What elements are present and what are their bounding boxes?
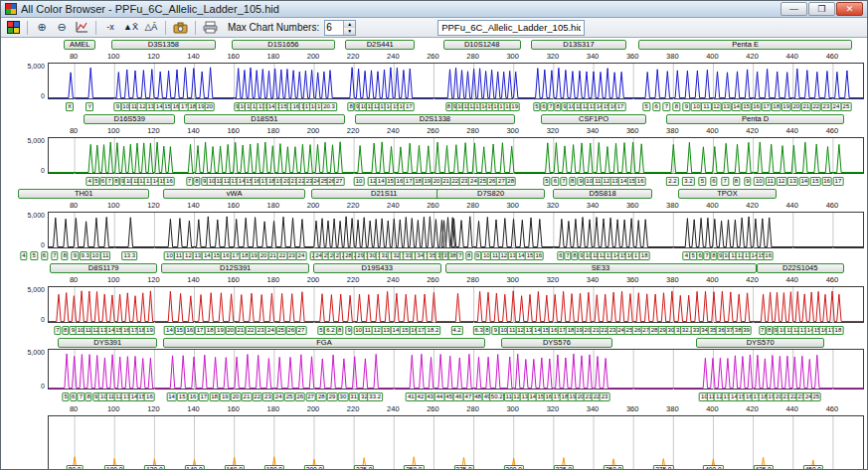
- electropherogram-magenta[interactable]: [48, 349, 864, 390]
- allele-label[interactable]: 3.2: [682, 177, 694, 186]
- allele-label[interactable]: 31: [348, 392, 359, 401]
- allele-label[interactable]: 16: [144, 392, 155, 401]
- allele-label[interactable]: 29: [327, 392, 338, 401]
- allele-label[interactable]: 16: [635, 177, 646, 186]
- allele-label[interactable]: 27: [296, 326, 307, 335]
- allele-label[interactable]: 19: [509, 102, 520, 111]
- allele-label[interactable]: 5: [643, 102, 650, 111]
- electropherogram-orange[interactable]: 80.0100.0120.0140.0160.0180.0200.0225.02…: [48, 415, 864, 470]
- locus-label-FGA[interactable]: FGA: [163, 338, 484, 348]
- allele-label[interactable]: 16: [188, 392, 199, 401]
- locus-label-D10S1248[interactable]: D10S1248: [443, 40, 521, 50]
- locus-label-D19S433[interactable]: D19S433: [313, 263, 441, 273]
- allele-label[interactable]: Y: [86, 102, 93, 111]
- allele-label[interactable]: 9: [345, 326, 352, 335]
- allele-label[interactable]: 10: [90, 251, 101, 260]
- electropherogram-green[interactable]: [48, 137, 864, 174]
- allele-label[interactable]: 17: [833, 177, 844, 186]
- minimize-button[interactable]: —: [781, 2, 807, 16]
- allele-label[interactable]: 17: [195, 326, 206, 335]
- allele-label[interactable]: 16: [184, 326, 195, 335]
- allele-label[interactable]: 11: [766, 177, 776, 186]
- allele-label[interactable]: 7: [663, 102, 670, 111]
- allele-label[interactable]: 16: [821, 177, 832, 186]
- allele-label[interactable]: 14: [164, 326, 175, 335]
- sample-file-field[interactable]: [437, 20, 585, 36]
- electropherogram-blue[interactable]: [48, 63, 864, 99]
- allele-label[interactable]: 15: [177, 392, 188, 401]
- allele-label[interactable]: 6: [710, 177, 717, 186]
- allele-label[interactable]: 8: [483, 326, 490, 335]
- locus-label-DYS391[interactable]: DYS391: [58, 338, 157, 348]
- mean-x-button[interactable]: ▲X̄: [121, 19, 140, 36]
- allele-label[interactable]: 24: [296, 251, 307, 260]
- locus-label-SE33[interactable]: SE33: [445, 263, 757, 273]
- allele-label[interactable]: 22: [252, 392, 262, 401]
- allele-label[interactable]: 10: [354, 177, 365, 186]
- allele-label[interactable]: 26: [294, 392, 305, 401]
- allele-label[interactable]: 13.3: [121, 251, 137, 260]
- allele-label[interactable]: 20.3: [321, 102, 337, 111]
- allele-label[interactable]: 24: [273, 392, 284, 401]
- locus-label-AMEL[interactable]: AMEL: [64, 40, 95, 50]
- allele-label[interactable]: 7: [54, 326, 61, 335]
- allele-label[interactable]: 17: [404, 102, 415, 111]
- locus-label-DYS576[interactable]: DYS576: [501, 338, 612, 348]
- allele-label[interactable]: 8: [61, 251, 68, 260]
- max-chart-numbers-input[interactable]: [325, 21, 343, 35]
- allele-label[interactable]: 18: [833, 326, 844, 335]
- allele-label[interactable]: 17: [198, 392, 209, 401]
- allele-label[interactable]: 18.2: [426, 326, 441, 335]
- allele-label[interactable]: 11: [100, 251, 110, 260]
- allele-label[interactable]: 33.2: [367, 392, 383, 401]
- allele-label[interactable]: 7: [560, 177, 567, 186]
- allele-label[interactable]: 25: [284, 392, 295, 401]
- allele-label[interactable]: 18: [209, 392, 220, 401]
- close-button[interactable]: ✕: [836, 2, 863, 16]
- allele-label[interactable]: 21: [235, 326, 246, 335]
- electropherogram-black[interactable]: [48, 212, 864, 248]
- allele-label[interactable]: 15: [174, 326, 185, 335]
- allele-label[interactable]: 23: [600, 392, 610, 401]
- allele-label[interactable]: 16: [533, 251, 544, 260]
- allele-label[interactable]: 25: [841, 102, 852, 111]
- allele-label[interactable]: 12: [777, 177, 787, 186]
- locus-label-D21S11[interactable]: D21S11: [311, 189, 457, 199]
- allele-label[interactable]: 8: [673, 102, 680, 111]
- allele-label[interactable]: 27: [334, 177, 345, 186]
- allele-label[interactable]: 14: [798, 177, 809, 186]
- allele-label[interactable]: 10: [754, 177, 765, 186]
- allele-label[interactable]: 19: [144, 326, 155, 335]
- allele-label[interactable]: 8: [62, 326, 69, 335]
- allele-label[interactable]: 22: [246, 326, 257, 335]
- allele-label[interactable]: 21: [242, 392, 253, 401]
- locus-label-TH01[interactable]: TH01: [18, 189, 150, 199]
- allele-label[interactable]: 8: [569, 177, 576, 186]
- allele-label[interactable]: 8: [733, 177, 740, 186]
- locus-label-D2S441[interactable]: D2S441: [345, 40, 415, 50]
- allele-label[interactable]: 16: [763, 251, 774, 260]
- allele-label[interactable]: 2.2: [666, 177, 678, 186]
- allele-label[interactable]: 27: [305, 392, 316, 401]
- locus-label-D13S317[interactable]: D13S317: [531, 40, 626, 50]
- allele-label[interactable]: 10: [691, 102, 702, 111]
- allele-label[interactable]: 8: [336, 326, 343, 335]
- allele-label[interactable]: 7: [51, 251, 58, 260]
- allele-label[interactable]: 18: [205, 326, 216, 335]
- allele-label[interactable]: 8: [465, 251, 472, 260]
- maximize-button[interactable]: ❐: [808, 2, 835, 16]
- print-button[interactable]: [201, 19, 220, 36]
- locus-label-D5S818[interactable]: D5S818: [553, 189, 652, 199]
- allele-label[interactable]: 9: [744, 177, 751, 186]
- allele-label[interactable]: X: [66, 102, 74, 111]
- zoom-in-button[interactable]: ⊕: [33, 19, 51, 36]
- mean-allele-button[interactable]: △Ā: [142, 19, 160, 36]
- electropherogram-red[interactable]: [48, 286, 864, 323]
- allele-label[interactable]: 26: [285, 326, 296, 335]
- allele-label[interactable]: 19: [220, 392, 231, 401]
- allele-label[interactable]: 22: [810, 102, 821, 111]
- allele-label[interactable]: 18: [639, 251, 650, 260]
- allele-label[interactable]: 14: [166, 392, 177, 401]
- allele-label[interactable]: 17: [761, 102, 772, 111]
- zoom-out-button[interactable]: ⊖: [53, 19, 71, 36]
